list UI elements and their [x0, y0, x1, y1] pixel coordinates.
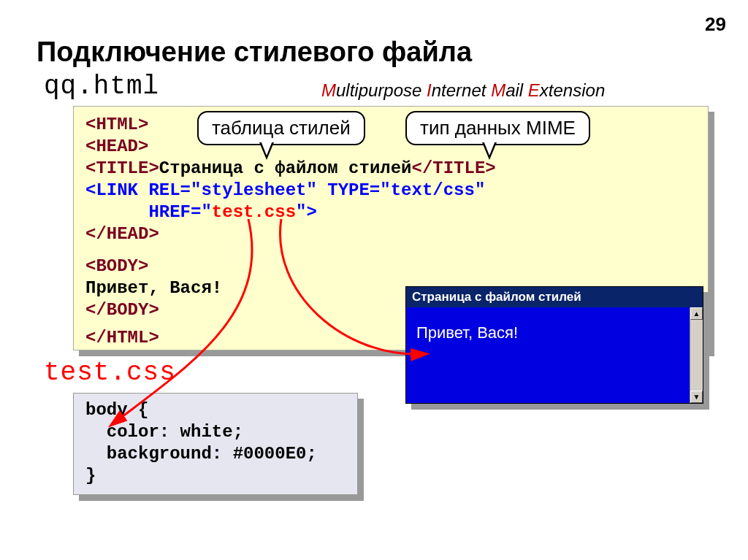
- code-line: background: #0000E0;: [85, 443, 346, 465]
- browser-titlebar: Страница с файлом стилей: [406, 287, 703, 307]
- mime-i: I: [427, 80, 432, 100]
- callout-mime-type: тип данных MIME: [405, 111, 590, 145]
- scroll-up-button[interactable]: ▲: [690, 307, 703, 320]
- code-line: "stylesheet": [191, 180, 317, 200]
- callout-stylesheet: таблица стилей: [197, 111, 365, 145]
- page-number: 29: [705, 13, 726, 36]
- code-line: </BODY>: [85, 300, 159, 320]
- code-line: TYPE=: [317, 180, 380, 200]
- mime-e: E: [528, 80, 540, 100]
- code-line: </HEAD>: [85, 224, 159, 244]
- slide-title: Подключение стилевого файла: [37, 37, 472, 68]
- code-line: color: white;: [85, 421, 346, 443]
- mime-i-rest: nternet: [432, 80, 491, 100]
- mime-ma: M: [491, 80, 505, 100]
- code-line: </HTML>: [85, 328, 159, 348]
- filename-css-label: test.css: [44, 358, 176, 388]
- code-line: <LINK REL=: [85, 180, 191, 200]
- mime-m-rest: ultipurpose: [336, 80, 427, 100]
- code-line: Страница с файлом стилей: [159, 158, 412, 178]
- callout-tail: [482, 142, 497, 160]
- callout-tail: [259, 142, 274, 160]
- browser-window: Страница с файлом стилей Привет, Вася! ▲…: [405, 286, 703, 404]
- mime-m: M: [321, 80, 336, 100]
- code-line: </TITLE>: [411, 158, 495, 178]
- code-line: <TITLE>: [85, 158, 159, 178]
- browser-body: Привет, Вася! ▲ ▼: [406, 307, 703, 403]
- code-line: <BODY>: [85, 256, 148, 276]
- mime-expansion: Multipurpose Internet Mail Extension: [321, 80, 605, 101]
- scroll-down-button[interactable]: ▼: [690, 391, 703, 403]
- code-line: body {: [85, 399, 346, 421]
- css-code-block: body { color: white; background: #0000E0…: [73, 393, 358, 495]
- browser-scrollbar[interactable]: ▲ ▼: [690, 307, 703, 403]
- browser-content: Привет, Вася!: [406, 307, 690, 403]
- filename-html-label: qq.html: [44, 72, 159, 101]
- code-line: Привет, Вася!: [85, 278, 222, 298]
- code-line: "text/css": [380, 180, 485, 200]
- mime-e-rest: xtension: [540, 80, 605, 100]
- code-line: ">: [296, 202, 317, 222]
- code-line: <HEAD>: [85, 137, 148, 156]
- code-line: test.css: [212, 202, 296, 222]
- code-line: <HTML>: [85, 115, 148, 134]
- mime-ma-rest: ail: [505, 80, 528, 100]
- code-line: HREF=": [85, 202, 212, 222]
- code-line: }: [85, 465, 346, 487]
